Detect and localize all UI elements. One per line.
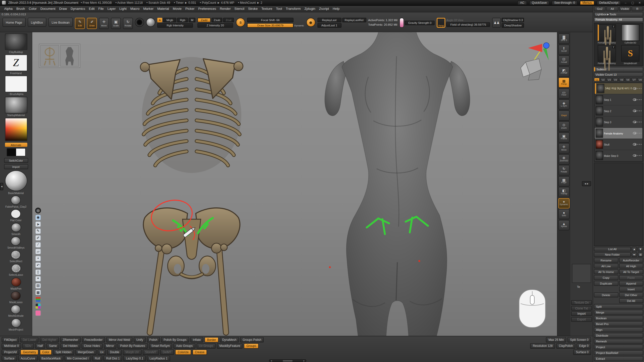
comment-icon[interactable]: ❝ [35,276,41,282]
trash-icon[interactable]: ▯ [35,269,41,275]
draw-size-slider[interactable]: Draw Size 30.69679 [247,23,294,28]
14번 여성 3단계 바디 각상 - [전완][interactable]: 14번 여성 3단계 바디 각상 - [전완] [595,83,642,94]
shelf-button[interactable]: Groups [244,343,259,349]
shelf-button[interactable]: StoreMT [143,349,159,355]
menu-item[interactable]: Dynamics [69,7,87,11]
shelf-button[interactable]: ZRemesher [60,337,81,342]
Step 3[interactable]: Step 3 [595,117,642,127]
field-of-view-slider[interactable]: Field of view(deg) 39.59775 [446,22,490,27]
left-panel-collapse-arrow[interactable]: ◄ [0,183,3,190]
action-button[interactable]: Rename [594,258,618,263]
shelf-button[interactable]: Resolution 128 [530,343,555,349]
action-button[interactable]: Append [619,281,643,286]
menu-item[interactable]: Movie [171,7,183,11]
action-button[interactable]: All High [619,263,643,268]
shelf-button[interactable]: Del Hidden [61,343,80,349]
shelf-button[interactable]: Polish By Features [118,343,148,349]
ac-button[interactable]: AC [517,1,527,5]
menu-item[interactable]: Document [39,7,57,11]
action-button[interactable]: Delete [594,292,618,297]
focal-shift-slider[interactable]: Focal Shift -56 [247,18,294,22]
move-button[interactable]: ✛Move [99,18,109,29]
list-all-button[interactable]: List All [594,247,631,251]
menu-item[interactable]: Render [218,7,232,11]
marker-pin-icon[interactable]: ◎ [35,208,41,213]
note-icon[interactable]: ▤ [35,283,41,289]
mrgb-button[interactable]: Mrgb [163,18,177,22]
undo-icon[interactable]: ↶ [35,262,41,268]
shelf-button[interactable]: LazyRadius 1 [147,356,170,361]
menu-item[interactable]: Help [331,7,341,11]
brush-material-item[interactable]: MaskPen [11,278,21,290]
m-button[interactable]: M [189,18,195,22]
rgb-swatch[interactable] [35,296,41,302]
shelf-button[interactable]: Uv [98,349,106,355]
version-tab[interactable]: V3 [606,78,612,81]
subpalette-bar[interactable]: Split [594,304,643,309]
brush-material-item[interactable]: SwitchColor [4,158,28,163]
subtool-options-icon[interactable] [637,88,638,89]
menu-item[interactable]: Zplugin [303,7,317,11]
menu-item[interactable]: Marker [142,7,155,11]
menu-item[interactable]: Color [27,7,38,11]
panel-header-button[interactable]: Visible [619,7,631,11]
brush-material-item[interactable] [5,118,27,142]
z-intensity-slider[interactable]: Z Intensity 20 [197,23,233,28]
shelf-button[interactable]: Polish By Groups [161,337,189,342]
right-panel-collapse-arrow[interactable]: ◄► [582,181,591,186]
action-button[interactable]: All To Target [619,269,643,274]
shelf-button[interactable]: Min Connected I [64,356,91,361]
shelf-button[interactable]: DynaMesh [220,337,239,342]
subtool-section-header[interactable]: Subtool [594,67,643,72]
brush-material-item[interactable]: Import [4,164,28,169]
menu-item[interactable]: Stencil [233,7,246,11]
brush-material-item[interactable]: SelectLasso [9,264,23,276]
subtool-options-icon[interactable] [637,99,638,100]
shelf-button[interactable]: Mirror And Weld [106,337,133,342]
menu-item[interactable]: Transform [284,7,302,11]
shelf-button[interactable]: AccuCurve [18,356,38,361]
subtool-options-icon[interactable] [637,122,638,122]
action-button[interactable]: All To Home [594,269,618,274]
brush-material-item[interactable]: SmoothValleys [7,237,24,249]
subpalette-bar[interactable]: Merge [594,310,643,315]
subpalette-bar[interactable]: Project [594,345,643,350]
action-button[interactable]: Del All [619,298,643,303]
shelf-button[interactable]: FillObject [2,337,19,342]
edit-button[interactable]: ✎Edit [75,18,85,29]
line-tool-icon[interactable]: ∕ [35,242,41,248]
shelf-button[interactable]: BackfaceMask [39,356,63,361]
tool-thumb-cylinder3d[interactable] [621,24,639,41]
menu-item[interactable]: Light [118,7,128,11]
shelf-button[interactable]: Surface 0 [573,349,591,355]
action-button[interactable]: Duplicate [594,281,618,286]
pencil-icon[interactable]: ✎ [35,228,41,234]
shelf-button[interactable]: Close Holes [82,343,102,349]
subpalette-bar[interactable]: Distribute [594,333,643,338]
deepshadow-slider[interactable]: DeepShadow [502,23,524,28]
visibility-eye-icon[interactable] [633,132,637,134]
shelf-button[interactable]: FreezeBorder [82,337,105,342]
rgb-intensity-slider[interactable]: Rgb Intensity [157,23,193,28]
shelf-button[interactable]: Half [35,343,45,349]
move-up-icon[interactable]: ▲ [632,247,637,251]
pen-icon[interactable]: ✐ [35,235,41,241]
shelf-button[interactable]: Surface [2,356,17,361]
shelf-button[interactable]: Crease [192,349,207,355]
tool-thumb-simplebrush[interactable]: S [621,45,639,62]
shelf-button[interactable]: Inflate [190,337,203,342]
Make Step 0[interactable]: Make Step 0 [595,150,642,161]
figure-thumbnail[interactable] [60,45,79,67]
active-tool-title[interactable]: Female Anatomy. 48 [594,17,643,22]
shelf-button[interactable]: Edge 0 [577,343,591,349]
texture-button[interactable]: Export [571,317,592,322]
shadow-figures-icon[interactable]: ♟♟ [492,18,501,28]
panel-header-button[interactable]: GoZ [594,7,606,11]
dynamic-mode-icon[interactable]: ◉ [306,18,315,27]
sculptris-pro-icon[interactable]: S [236,18,245,27]
action-button[interactable]: Insert [619,287,643,292]
subpalette-bar[interactable]: Project BasRelief [594,350,643,355]
subtool-options-icon[interactable] [637,144,638,145]
version-tab[interactable]: V6 [625,78,631,81]
visibility-eye-icon[interactable] [633,87,637,90]
